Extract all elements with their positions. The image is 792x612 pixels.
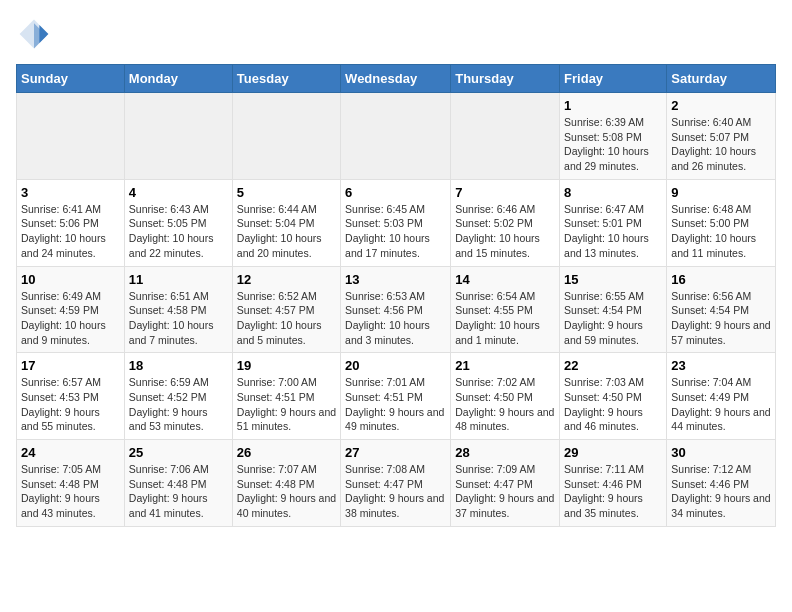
day-number: 7 (455, 185, 555, 200)
calendar-cell: 14Sunrise: 6:54 AMSunset: 4:55 PMDayligh… (451, 266, 560, 353)
calendar-cell: 26Sunrise: 7:07 AMSunset: 4:48 PMDayligh… (232, 440, 340, 527)
day-number: 20 (345, 358, 446, 373)
day-number: 8 (564, 185, 662, 200)
day-info: Sunrise: 7:09 AMSunset: 4:47 PMDaylight:… (455, 462, 555, 521)
day-info: Sunrise: 6:59 AMSunset: 4:52 PMDaylight:… (129, 375, 228, 434)
day-number: 5 (237, 185, 336, 200)
calendar-cell: 4Sunrise: 6:43 AMSunset: 5:05 PMDaylight… (124, 179, 232, 266)
day-info: Sunrise: 6:53 AMSunset: 4:56 PMDaylight:… (345, 289, 446, 348)
calendar-table: SundayMondayTuesdayWednesdayThursdayFrid… (16, 64, 776, 527)
day-header-friday: Friday (560, 65, 667, 93)
day-info: Sunrise: 7:07 AMSunset: 4:48 PMDaylight:… (237, 462, 336, 521)
calendar-cell: 29Sunrise: 7:11 AMSunset: 4:46 PMDayligh… (560, 440, 667, 527)
calendar-cell: 20Sunrise: 7:01 AMSunset: 4:51 PMDayligh… (341, 353, 451, 440)
day-number: 1 (564, 98, 662, 113)
day-header-sunday: Sunday (17, 65, 125, 93)
day-info: Sunrise: 7:06 AMSunset: 4:48 PMDaylight:… (129, 462, 228, 521)
logo-icon (16, 16, 52, 52)
day-number: 10 (21, 272, 120, 287)
calendar-cell: 7Sunrise: 6:46 AMSunset: 5:02 PMDaylight… (451, 179, 560, 266)
day-number: 28 (455, 445, 555, 460)
calendar-cell: 2Sunrise: 6:40 AMSunset: 5:07 PMDaylight… (667, 93, 776, 180)
calendar-cell (341, 93, 451, 180)
day-number: 18 (129, 358, 228, 373)
day-number: 19 (237, 358, 336, 373)
calendar-week-3: 10Sunrise: 6:49 AMSunset: 4:59 PMDayligh… (17, 266, 776, 353)
day-number: 13 (345, 272, 446, 287)
calendar-cell: 13Sunrise: 6:53 AMSunset: 4:56 PMDayligh… (341, 266, 451, 353)
day-info: Sunrise: 6:40 AMSunset: 5:07 PMDaylight:… (671, 115, 771, 174)
day-info: Sunrise: 6:51 AMSunset: 4:58 PMDaylight:… (129, 289, 228, 348)
day-info: Sunrise: 6:46 AMSunset: 5:02 PMDaylight:… (455, 202, 555, 261)
calendar-cell: 16Sunrise: 6:56 AMSunset: 4:54 PMDayligh… (667, 266, 776, 353)
day-info: Sunrise: 6:44 AMSunset: 5:04 PMDaylight:… (237, 202, 336, 261)
day-number: 30 (671, 445, 771, 460)
day-number: 2 (671, 98, 771, 113)
calendar-week-4: 17Sunrise: 6:57 AMSunset: 4:53 PMDayligh… (17, 353, 776, 440)
day-number: 11 (129, 272, 228, 287)
day-header-saturday: Saturday (667, 65, 776, 93)
day-info: Sunrise: 6:47 AMSunset: 5:01 PMDaylight:… (564, 202, 662, 261)
calendar-cell: 24Sunrise: 7:05 AMSunset: 4:48 PMDayligh… (17, 440, 125, 527)
calendar-cell: 10Sunrise: 6:49 AMSunset: 4:59 PMDayligh… (17, 266, 125, 353)
calendar-cell (232, 93, 340, 180)
day-number: 29 (564, 445, 662, 460)
day-info: Sunrise: 6:41 AMSunset: 5:06 PMDaylight:… (21, 202, 120, 261)
day-info: Sunrise: 7:01 AMSunset: 4:51 PMDaylight:… (345, 375, 446, 434)
day-info: Sunrise: 7:11 AMSunset: 4:46 PMDaylight:… (564, 462, 662, 521)
day-info: Sunrise: 7:04 AMSunset: 4:49 PMDaylight:… (671, 375, 771, 434)
calendar-cell: 12Sunrise: 6:52 AMSunset: 4:57 PMDayligh… (232, 266, 340, 353)
day-info: Sunrise: 6:43 AMSunset: 5:05 PMDaylight:… (129, 202, 228, 261)
day-info: Sunrise: 7:03 AMSunset: 4:50 PMDaylight:… (564, 375, 662, 434)
day-info: Sunrise: 7:05 AMSunset: 4:48 PMDaylight:… (21, 462, 120, 521)
calendar-cell: 23Sunrise: 7:04 AMSunset: 4:49 PMDayligh… (667, 353, 776, 440)
calendar-cell: 5Sunrise: 6:44 AMSunset: 5:04 PMDaylight… (232, 179, 340, 266)
page-header (16, 16, 776, 52)
day-info: Sunrise: 6:56 AMSunset: 4:54 PMDaylight:… (671, 289, 771, 348)
calendar-cell: 28Sunrise: 7:09 AMSunset: 4:47 PMDayligh… (451, 440, 560, 527)
calendar-cell: 3Sunrise: 6:41 AMSunset: 5:06 PMDaylight… (17, 179, 125, 266)
day-number: 9 (671, 185, 771, 200)
day-header-thursday: Thursday (451, 65, 560, 93)
calendar-cell (17, 93, 125, 180)
calendar-cell: 9Sunrise: 6:48 AMSunset: 5:00 PMDaylight… (667, 179, 776, 266)
day-number: 25 (129, 445, 228, 460)
calendar-cell: 19Sunrise: 7:00 AMSunset: 4:51 PMDayligh… (232, 353, 340, 440)
day-info: Sunrise: 7:08 AMSunset: 4:47 PMDaylight:… (345, 462, 446, 521)
day-info: Sunrise: 6:52 AMSunset: 4:57 PMDaylight:… (237, 289, 336, 348)
calendar-header-row: SundayMondayTuesdayWednesdayThursdayFrid… (17, 65, 776, 93)
day-info: Sunrise: 7:12 AMSunset: 4:46 PMDaylight:… (671, 462, 771, 521)
day-info: Sunrise: 7:02 AMSunset: 4:50 PMDaylight:… (455, 375, 555, 434)
day-number: 3 (21, 185, 120, 200)
day-number: 22 (564, 358, 662, 373)
calendar-cell: 17Sunrise: 6:57 AMSunset: 4:53 PMDayligh… (17, 353, 125, 440)
day-info: Sunrise: 6:57 AMSunset: 4:53 PMDaylight:… (21, 375, 120, 434)
day-header-wednesday: Wednesday (341, 65, 451, 93)
calendar-week-2: 3Sunrise: 6:41 AMSunset: 5:06 PMDaylight… (17, 179, 776, 266)
calendar-cell: 11Sunrise: 6:51 AMSunset: 4:58 PMDayligh… (124, 266, 232, 353)
logo (16, 16, 56, 52)
calendar-cell: 18Sunrise: 6:59 AMSunset: 4:52 PMDayligh… (124, 353, 232, 440)
day-number: 14 (455, 272, 555, 287)
calendar-cell: 30Sunrise: 7:12 AMSunset: 4:46 PMDayligh… (667, 440, 776, 527)
calendar-cell: 15Sunrise: 6:55 AMSunset: 4:54 PMDayligh… (560, 266, 667, 353)
calendar-cell: 6Sunrise: 6:45 AMSunset: 5:03 PMDaylight… (341, 179, 451, 266)
calendar-cell: 21Sunrise: 7:02 AMSunset: 4:50 PMDayligh… (451, 353, 560, 440)
day-info: Sunrise: 6:39 AMSunset: 5:08 PMDaylight:… (564, 115, 662, 174)
day-number: 15 (564, 272, 662, 287)
day-info: Sunrise: 6:45 AMSunset: 5:03 PMDaylight:… (345, 202, 446, 261)
calendar-cell: 8Sunrise: 6:47 AMSunset: 5:01 PMDaylight… (560, 179, 667, 266)
day-header-monday: Monday (124, 65, 232, 93)
day-info: Sunrise: 6:49 AMSunset: 4:59 PMDaylight:… (21, 289, 120, 348)
day-info: Sunrise: 6:54 AMSunset: 4:55 PMDaylight:… (455, 289, 555, 348)
calendar-cell (124, 93, 232, 180)
day-number: 24 (21, 445, 120, 460)
svg-marker-2 (39, 25, 48, 43)
calendar-cell: 22Sunrise: 7:03 AMSunset: 4:50 PMDayligh… (560, 353, 667, 440)
day-number: 17 (21, 358, 120, 373)
day-number: 21 (455, 358, 555, 373)
calendar-cell: 25Sunrise: 7:06 AMSunset: 4:48 PMDayligh… (124, 440, 232, 527)
day-number: 4 (129, 185, 228, 200)
day-info: Sunrise: 7:00 AMSunset: 4:51 PMDaylight:… (237, 375, 336, 434)
day-info: Sunrise: 6:55 AMSunset: 4:54 PMDaylight:… (564, 289, 662, 348)
